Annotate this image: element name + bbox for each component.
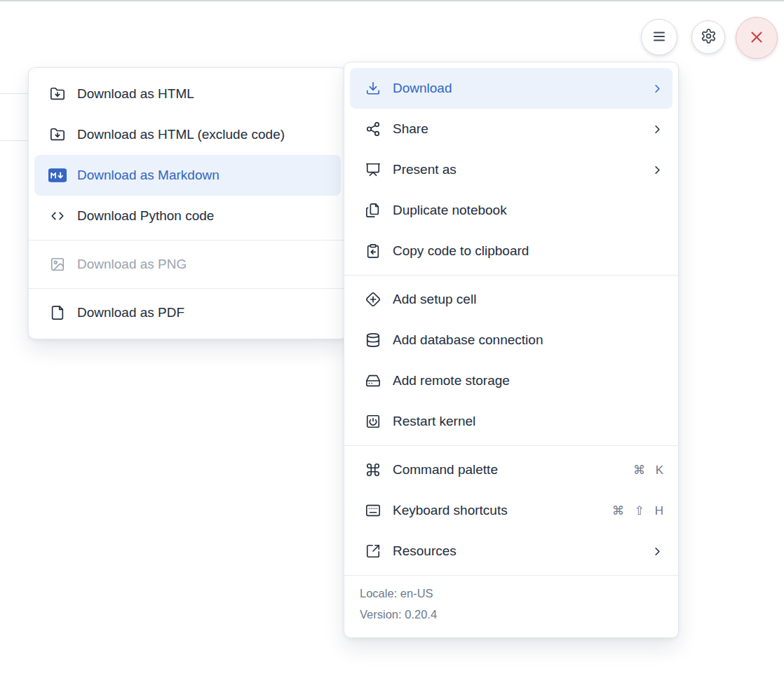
- version-text: Version: 0.20.4: [360, 608, 663, 621]
- menu-item-resources[interactable]: Resources: [350, 531, 673, 571]
- menu-item-add-database-connection[interactable]: Add database connection: [350, 320, 673, 360]
- menu-item-download-as-html[interactable]: Download as HTML: [34, 74, 341, 114]
- menu-item-add-setup-cell[interactable]: Add setup cell: [350, 279, 673, 320]
- menu-item-copy-code-to-clipboard[interactable]: Copy code to clipboard: [350, 231, 673, 271]
- menu-item-command-palette[interactable]: Command palette ⌘ K: [350, 449, 673, 490]
- share-icon: [364, 121, 382, 137]
- menu-item-label: Add database connection: [393, 332, 664, 348]
- settings-button[interactable]: [691, 20, 725, 54]
- background-divider: [0, 93, 29, 94]
- chevron-right-icon: [651, 82, 664, 95]
- menu-item-label: Download as HTML: [77, 86, 332, 102]
- hard-drive-icon: [364, 373, 382, 388]
- chevron-right-icon: [651, 163, 664, 177]
- menu-item-label: Present as: [393, 162, 640, 177]
- download-submenu: Download as HTML Download as HTML (exclu…: [28, 67, 347, 339]
- folder-down-icon: [48, 127, 67, 142]
- menu-item-keyboard-shortcuts[interactable]: Keyboard shortcuts ⌘ ⇧ H: [350, 490, 673, 531]
- menu-item-label: Share: [393, 121, 640, 137]
- menu-item-restart-kernel[interactable]: Restart kernel: [350, 401, 673, 442]
- menu-item-label: Duplicate notebook: [393, 203, 664, 218]
- shutdown-button[interactable]: [736, 17, 778, 59]
- menu-item-label: Command palette: [393, 462, 623, 478]
- background-divider: [0, 140, 29, 141]
- menu-item-download-as-html-exclude-code[interactable]: Download as HTML (exclude code): [34, 114, 341, 155]
- menu-item-download-python-code[interactable]: Download Python code: [34, 196, 341, 236]
- presentation-icon: [364, 162, 382, 177]
- database-icon: [364, 332, 382, 348]
- app-screen: Download as HTML Download as HTML (exclu…: [0, 0, 784, 690]
- keyboard-shortcut: ⌘ ⇧ H: [612, 503, 664, 518]
- clipboard-copy-icon: [364, 243, 382, 259]
- keyboard-icon: [364, 503, 382, 518]
- keyboard-shortcut: ⌘ K: [633, 463, 664, 478]
- menu-item-label: Download as PNG: [77, 257, 332, 272]
- menu-item-label: Restart kernel: [393, 414, 664, 429]
- menu-item-share[interactable]: Share: [350, 109, 673, 149]
- notebook-menu-button[interactable]: [641, 19, 677, 55]
- hamburger-menu-icon: [651, 28, 668, 47]
- command-icon: [364, 462, 382, 478]
- menu-separator: [344, 445, 678, 446]
- download-icon: [364, 81, 382, 96]
- power-square-icon: [364, 414, 382, 429]
- menu-item-label: Download: [393, 81, 640, 96]
- folder-down-icon: [48, 86, 67, 102]
- menu-footer: Locale: en-US Version: 0.20.4: [344, 579, 678, 632]
- markdown-download-icon: [48, 168, 67, 182]
- menu-item-duplicate-notebook[interactable]: Duplicate notebook: [350, 190, 673, 231]
- menu-item-download-as-pdf[interactable]: Download as PDF: [34, 292, 341, 333]
- menu-item-label: Download as HTML (exclude code): [77, 127, 332, 142]
- menu-item-label: Download Python code: [77, 208, 332, 224]
- file-icon: [48, 305, 67, 320]
- duplicate-pages-icon: [364, 203, 382, 218]
- menu-separator: [344, 575, 678, 576]
- menu-item-label: Keyboard shortcuts: [393, 503, 602, 518]
- menu-item-download[interactable]: Download: [350, 68, 673, 109]
- page-top-border: [0, 0, 784, 1]
- menu-item-download-as-markdown[interactable]: Download as Markdown: [34, 155, 341, 196]
- menu-item-present-as[interactable]: Present as: [350, 149, 673, 190]
- menu-separator: [29, 288, 346, 289]
- menu-item-label: Copy code to clipboard: [393, 243, 664, 259]
- locale-text: Locale: en-US: [360, 587, 663, 600]
- chevron-right-icon: [651, 545, 664, 558]
- close-x-icon: [748, 28, 766, 48]
- diamond-plus-icon: [364, 292, 382, 307]
- external-link-icon: [364, 543, 382, 559]
- notebook-menu: Download Share Present as: [344, 62, 679, 638]
- menu-separator: [344, 275, 678, 276]
- menu-item-label: Add remote storage: [393, 373, 664, 388]
- menu-separator: [29, 240, 346, 241]
- gear-icon: [701, 28, 717, 46]
- chevron-right-icon: [651, 123, 664, 136]
- code-icon: [48, 208, 67, 224]
- menu-item-label: Download as PDF: [77, 305, 332, 320]
- menu-item-add-remote-storage[interactable]: Add remote storage: [350, 360, 673, 401]
- menu-item-download-as-png[interactable]: Download as PNG: [34, 244, 341, 285]
- menu-item-label: Download as Markdown: [77, 168, 332, 183]
- image-icon: [48, 257, 67, 272]
- menu-item-label: Add setup cell: [393, 292, 664, 307]
- menu-item-label: Resources: [393, 543, 640, 559]
